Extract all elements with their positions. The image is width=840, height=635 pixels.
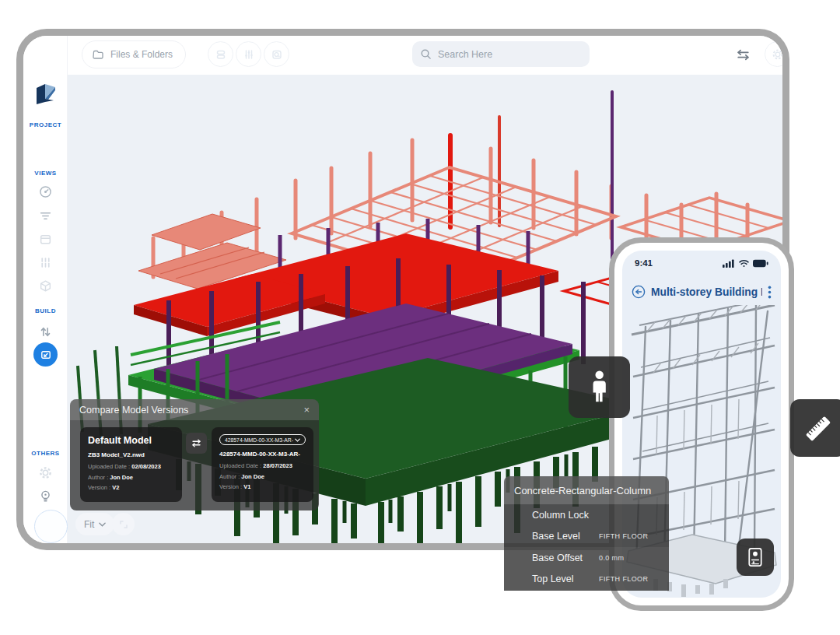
chevron-down-icon <box>99 522 106 527</box>
list-filter-icon[interactable] <box>23 209 68 223</box>
property-value: 0.0 mm <box>599 554 624 562</box>
battery-icon <box>753 259 768 268</box>
search-box <box>412 41 590 67</box>
sidebar-item-model-viewer-active[interactable] <box>33 342 58 367</box>
properties-panel-title: Concrete-Rectangular-Column <box>504 476 669 504</box>
files-folders-button[interactable]: Files & Folders <box>82 40 186 68</box>
dashboard-gauge-icon[interactable] <box>23 185 68 198</box>
files-folders-label: Files & Folders <box>110 49 173 60</box>
app-logo <box>23 80 68 108</box>
stacked-rows-icon <box>215 48 227 61</box>
phone-status-bar: 9:41 <box>622 257 781 269</box>
property-row-base-level[interactable]: Base Level FIFTH FLOOR <box>504 526 669 548</box>
uploaded-date-value: 28/07/2023 <box>263 462 292 469</box>
version-label: Version : <box>219 483 242 490</box>
property-value: FIFTH FLOOR <box>599 532 648 540</box>
expand-button[interactable] <box>112 513 135 535</box>
sidebar-section-build: BUILD <box>23 307 68 314</box>
sidebar: PROJECT VIEWS <box>23 36 68 543</box>
author-line: Author : Jon Doe <box>219 473 306 480</box>
fit-dropdown[interactable]: Fit <box>75 513 114 535</box>
toolbar: Files & Folders <box>68 36 782 75</box>
fit-label: Fit <box>84 519 94 530</box>
folder-icon <box>92 48 104 61</box>
property-label: Base Level <box>532 531 599 542</box>
settings-gear-icon[interactable] <box>23 466 68 479</box>
columns-icon[interactable] <box>23 256 68 269</box>
version-value: V1 <box>243 483 250 490</box>
swap-horizontal-icon[interactable] <box>735 47 751 66</box>
property-label: Column Lock <box>532 510 599 521</box>
expand-icon <box>118 519 129 530</box>
property-value: FIFTH FLOOR <box>599 575 648 583</box>
uploaded-date-value: 02/08/2023 <box>131 463 161 470</box>
more-menu-icon[interactable] <box>768 286 772 299</box>
scan-view-icon <box>271 48 283 61</box>
search-icon <box>420 48 432 60</box>
property-row-base-offset[interactable]: Base Offset 0.0 mm <box>504 547 669 569</box>
default-model-title: Default Model <box>88 435 174 446</box>
default-model-file: ZB3 Model_V2.nwd <box>88 451 174 458</box>
version-value: V2 <box>112 484 119 491</box>
layers-rows-button[interactable] <box>208 41 233 67</box>
compare-panel-title: Compare Model Versions <box>79 405 188 416</box>
measure-ruler-button[interactable] <box>790 399 840 457</box>
swap-versions-button[interactable] <box>186 433 207 454</box>
lightbulb-icon[interactable] <box>23 489 68 503</box>
view-options-button[interactable] <box>264 41 289 67</box>
property-label: Base Offset <box>532 553 599 563</box>
phone-time: 9:41 <box>635 258 653 268</box>
avatar[interactable] <box>34 510 68 543</box>
version-line: Version : V1 <box>219 483 306 490</box>
uploaded-date-line: Uploaded Date : 02/08/2023 <box>88 463 174 470</box>
sidebar-section-views: VIEWS <box>23 170 68 177</box>
compare-model-versions-panel: Compare Model Versions × Default Model Z… <box>70 399 319 510</box>
author-line: Author : Jon Doe <box>88 474 174 481</box>
tray-box-icon[interactable] <box>23 233 68 246</box>
default-model-card: Default Model ZB3 Model_V2.nwd Uploaded … <box>80 427 182 502</box>
person-icon <box>579 366 620 409</box>
close-icon[interactable]: × <box>303 405 310 415</box>
properties-card-icon <box>746 546 765 568</box>
compared-model-card: 428574-MMD-00-XX-M3-AR- 428574-MMD-00-XX… <box>212 427 313 502</box>
ruler-icon <box>793 403 840 453</box>
swap-arrows-icon <box>191 437 202 449</box>
version-label: Version : <box>88 484 110 491</box>
version-line: Version : V2 <box>88 484 174 491</box>
chevron-down-icon <box>295 438 300 442</box>
wifi-icon <box>738 259 750 268</box>
page: PROJECT VIEWS <box>0 0 840 635</box>
uploaded-date-line: Uploaded Date : 28/07/2023 <box>219 462 306 469</box>
version-dropdown[interactable]: 428574-MMD-00-XX-M3-AR- <box>219 434 306 445</box>
phone-header: Multi-storey Building Model... <box>622 285 781 299</box>
uploaded-date-label: Uploaded Date : <box>88 463 130 470</box>
phone-model-title: Multi-storey Building Model... <box>651 286 762 298</box>
search-input[interactable] <box>438 49 570 60</box>
version-dropdown-value: 428574-MMD-00-XX-M3-AR- <box>225 437 293 443</box>
walkthrough-person-button[interactable] <box>569 356 630 418</box>
author-value: Jon Doe <box>241 473 264 480</box>
compare-panel-header: Compare Model Versions × <box>70 399 319 420</box>
sidebar-section-project: PROJECT <box>23 121 68 128</box>
property-row-column-lock[interactable]: Column Lock <box>504 504 669 526</box>
signal-bars-icon <box>723 259 735 268</box>
author-value: Jon Doe <box>110 474 133 481</box>
property-label: Top Level <box>532 574 599 584</box>
gear-small-icon <box>772 48 783 61</box>
filter-sliders-button[interactable] <box>236 41 261 67</box>
back-icon[interactable] <box>632 285 646 299</box>
compare-versions-icon[interactable] <box>23 325 68 339</box>
sliders-icon <box>243 48 255 61</box>
model-properties-button[interactable] <box>737 539 774 576</box>
uploaded-date-label: Uploaded Date : <box>219 462 261 469</box>
cube-icon[interactable] <box>23 279 68 293</box>
author-label: Author : <box>219 473 240 480</box>
author-label: Author : <box>88 474 108 481</box>
settings-circle-button[interactable] <box>765 41 782 67</box>
sidebar-section-others: OTHERS <box>23 450 68 457</box>
compared-model-file: 428574-MMD-00-XX-M3-AR- <box>219 451 306 458</box>
column-properties-panel: Concrete-Rectangular-Column Column Lock … <box>504 476 669 591</box>
property-row-top-level[interactable]: Top Level FIFTH FLOOR <box>504 569 669 591</box>
